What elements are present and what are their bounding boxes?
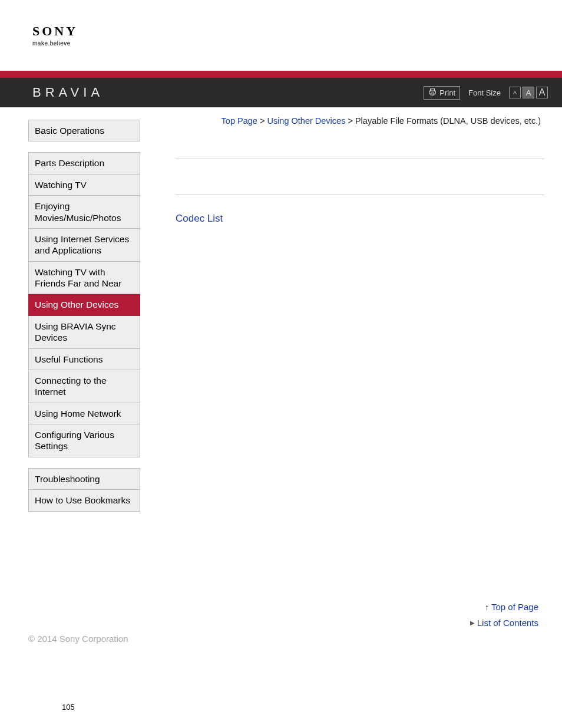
nav-item-internet-services[interactable]: Using Internet Services and Applications	[28, 229, 140, 262]
nav-item-enjoying-media[interactable]: Enjoying Movies/Music/Photos	[28, 196, 140, 229]
nav-item-other-devices[interactable]: Using Other Devices	[28, 294, 140, 315]
divider-1	[176, 159, 544, 159]
print-button[interactable]: Print	[424, 86, 460, 100]
nav-item-parts-description[interactable]: Parts Description	[28, 152, 140, 174]
breadcrumb-section[interactable]: Using Other Devices	[267, 116, 345, 126]
nav-item-configuring-settings[interactable]: Configuring Various Settings	[28, 424, 140, 457]
font-size-small-button[interactable]: A	[509, 87, 521, 98]
list-of-contents-link[interactable]: List of Contents	[477, 618, 538, 628]
bravia-wordmark: BRAVIA	[32, 85, 104, 100]
breadcrumb-current: Playable File Formats (DLNA, USB devices…	[355, 116, 541, 126]
font-size-buttons: A A A	[509, 87, 548, 98]
top-of-page-link[interactable]: Top of Page	[491, 602, 538, 612]
nav-item-useful-functions[interactable]: Useful Functions	[28, 349, 140, 370]
header-logo: SONY make.believe	[0, 0, 562, 71]
breadcrumb: Top Page > Using Other Devices > Playabl…	[176, 116, 544, 126]
breadcrumb-sep-1: >	[257, 116, 267, 126]
codec-list-link[interactable]: Codec List	[176, 213, 223, 225]
toolbar: Print Font Size A A A	[424, 86, 548, 100]
nav-group-2: Parts Description Watching TV Enjoying M…	[28, 152, 140, 457]
sony-wordmark: SONY	[32, 24, 562, 39]
printer-icon	[428, 88, 437, 98]
accent-bar	[0, 71, 562, 78]
font-size-medium-button[interactable]: A	[523, 87, 534, 98]
font-size-label: Font Size	[468, 88, 501, 97]
nav-item-home-network[interactable]: Using Home Network	[28, 403, 140, 424]
nav-item-connecting-internet[interactable]: Connecting to the Internet	[28, 370, 140, 403]
page-number: 105	[0, 644, 562, 728]
divider-2	[176, 195, 544, 195]
bottom-links: ↑ Top of Page ▶ List of Contents	[176, 602, 544, 628]
copyright: © 2014 Sony Corporation	[0, 634, 562, 644]
product-bar: BRAVIA Print Font Size A A A	[0, 78, 562, 107]
svg-rect-1	[429, 91, 436, 94]
main-content: Top Page > Using Other Devices > Playabl…	[176, 116, 544, 634]
nav-group-1: Basic Operations	[28, 120, 140, 141]
arrow-right-icon: ▶	[470, 620, 475, 626]
nav-item-bookmarks[interactable]: How to Use Bookmarks	[28, 490, 140, 511]
sidebar-nav: Basic Operations Parts Description Watch…	[28, 116, 140, 634]
font-size-large-button[interactable]: A	[536, 87, 548, 98]
nav-item-watching-friends[interactable]: Watching TV with Friends Far and Near	[28, 262, 140, 295]
sony-tagline: make.believe	[32, 40, 562, 47]
breadcrumb-sep-2: >	[345, 116, 355, 126]
nav-item-basic-operations[interactable]: Basic Operations	[28, 120, 140, 141]
nav-item-troubleshooting[interactable]: Troubleshooting	[28, 468, 140, 490]
nav-item-watching-tv[interactable]: Watching TV	[28, 174, 140, 196]
nav-item-bravia-sync[interactable]: Using BRAVIA Sync Devices	[28, 316, 140, 349]
print-label: Print	[439, 88, 455, 97]
nav-group-3: Troubleshooting How to Use Bookmarks	[28, 468, 140, 512]
breadcrumb-top-page[interactable]: Top Page	[222, 116, 257, 126]
arrow-up-icon: ↑	[485, 602, 489, 612]
